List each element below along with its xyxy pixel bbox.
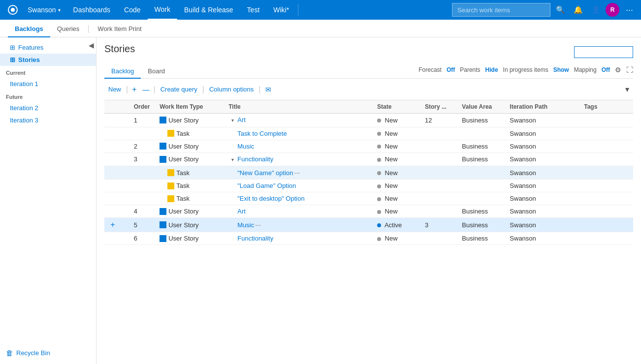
title-link[interactable]: "Load Game" Option — [237, 182, 296, 189]
nav-dashboards[interactable]: Dashboards — [66, 0, 118, 20]
title-link[interactable]: Functionality — [237, 155, 273, 163]
app-logo[interactable] — [4, 0, 22, 20]
settings-icon[interactable]: ⚙ — [615, 66, 621, 74]
parents-toggle[interactable]: Hide — [485, 66, 498, 73]
col-header-tags[interactable]: Tags — [580, 100, 633, 114]
forecast-toggle[interactable]: Off — [447, 66, 455, 73]
expand-btn[interactable]: ▾ — [228, 117, 236, 124]
notifications-icon[interactable]: 🔔 — [570, 2, 586, 18]
cell-order: 6 — [130, 232, 156, 245]
email-btn[interactable]: ✉ — [261, 84, 275, 95]
expand-btn[interactable]: ▾ — [228, 155, 236, 163]
inprogress-toggle[interactable]: Show — [553, 66, 569, 73]
sidebar-current-label: Current — [0, 66, 96, 78]
cell-value-area — [458, 166, 506, 180]
cell-type: User Story — [156, 140, 224, 152]
cell-tags — [580, 205, 633, 218]
more-options-icon[interactable]: ⋯ — [621, 2, 637, 18]
ellipsis-btn[interactable]: ··· — [254, 221, 262, 229]
title-link[interactable]: Music — [237, 221, 254, 229]
search-icon-btn[interactable]: 🔍 — [552, 2, 568, 18]
nav-right-section: 🔍 🔔 👤 R ⋯ — [452, 2, 637, 18]
state-label: Active — [385, 221, 402, 229]
sidebar-recycle-bin[interactable]: 🗑 Recycle Bin — [0, 346, 96, 360]
nav-work[interactable]: Work — [148, 0, 177, 20]
add-child-btn[interactable]: + — [108, 220, 117, 229]
tab-backlog[interactable]: Backlog — [104, 64, 141, 79]
cell-story-points: 12 — [421, 114, 458, 127]
cell-iteration-path: Swanson — [506, 140, 580, 152]
cell-state: Active — [373, 218, 421, 232]
nav-build-release[interactable]: Build & Release — [177, 0, 240, 20]
action-bar: New | + — | Create query | Column option… — [104, 79, 633, 100]
sidebar-item-features[interactable]: ⊞ Features — [0, 41, 96, 54]
cell-title: "Load Game" Option — [224, 180, 373, 192]
title-link[interactable]: Music — [237, 143, 254, 150]
cell-title: "New Game" option··· — [224, 166, 373, 180]
cell-title: "Exit to desktop" Option — [224, 192, 373, 205]
column-options-label: Column options — [209, 86, 254, 93]
tab-board[interactable]: Board — [141, 64, 172, 79]
state-label: New — [385, 130, 398, 137]
story-icon — [160, 117, 166, 123]
cell-state: New — [373, 140, 421, 152]
cell-add — [104, 127, 130, 140]
state-dot — [377, 145, 381, 149]
nav-code[interactable]: Code — [117, 0, 147, 20]
title-link[interactable]: Task to Complete — [237, 130, 287, 137]
title-search-box[interactable] — [574, 46, 633, 58]
col-header-iterpath[interactable]: Iteration Path — [506, 100, 580, 114]
sidebar-iteration3[interactable]: Iteration 3 — [0, 114, 96, 126]
cell-type: Task — [156, 166, 224, 180]
nav-wiki[interactable]: Wiki* — [266, 0, 296, 20]
title-link[interactable]: Art — [237, 116, 246, 123]
col-header-state[interactable]: State — [373, 100, 421, 114]
title-link[interactable]: Art — [237, 208, 246, 215]
title-link[interactable]: Functionality — [237, 235, 273, 242]
state-dot — [377, 158, 381, 162]
collapse-btn[interactable]: — — [140, 85, 153, 94]
sidebar-iteration1[interactable]: Iteration 1 — [0, 78, 96, 90]
tab-queries[interactable]: Queries — [50, 21, 87, 37]
sidebar-item-stories[interactable]: ⊞ Stories — [0, 54, 96, 66]
col-header-type[interactable]: Work Item Type — [156, 100, 224, 114]
state-label: New — [385, 235, 398, 242]
col-header-order — [104, 100, 130, 114]
secondary-nav: Backlogs Queries Work Item Print — [0, 20, 641, 37]
cell-order — [130, 192, 156, 205]
col-header-valuearea[interactable]: Value Area — [458, 100, 506, 114]
ellipsis-btn[interactable]: ··· — [293, 169, 301, 177]
people-icon[interactable]: 👤 — [588, 2, 604, 18]
type-label: Task — [176, 169, 190, 177]
state-label: New — [385, 117, 398, 124]
cell-title: ▾Functionality — [224, 152, 373, 166]
tab-backlogs[interactable]: Backlogs — [8, 21, 50, 37]
nav-links: Dashboards Code Work Build & Release Tes… — [66, 0, 296, 20]
col-header-title[interactable]: Title — [224, 100, 373, 114]
column-options-btn[interactable]: Column options — [205, 84, 257, 95]
sidebar-collapse-btn[interactable]: ◀ — [89, 41, 94, 49]
cell-add — [104, 166, 130, 180]
cell-order: 1 — [130, 114, 156, 127]
cell-value-area: Business — [458, 140, 506, 152]
title-link[interactable]: "New Game" option — [237, 169, 293, 177]
col-header-story[interactable]: Story ... — [421, 100, 458, 114]
new-button[interactable]: New — [104, 84, 125, 95]
cell-add — [104, 180, 130, 192]
search-input[interactable] — [452, 3, 550, 17]
avatar[interactable]: R — [606, 3, 619, 17]
tab-work-item-print[interactable]: Work Item Print — [91, 21, 148, 37]
fullscreen-icon[interactable]: ⛶ — [626, 66, 633, 74]
filter-btn[interactable]: ▾ — [621, 83, 633, 96]
add-workitem-btn[interactable]: + — [129, 84, 139, 95]
nav-test[interactable]: Test — [240, 0, 267, 20]
mapping-toggle[interactable]: Off — [602, 66, 610, 73]
cell-story-points: 3 — [421, 218, 458, 232]
cell-value-area: Business — [458, 114, 506, 127]
title-link[interactable]: "Exit to desktop" Option — [237, 195, 304, 202]
workitem-type: User Story — [160, 235, 221, 242]
project-selector[interactable]: Swanson ▾ — [22, 0, 66, 20]
table-row: 3 User Story ▾Functionality New Business… — [104, 152, 633, 166]
create-query-btn[interactable]: Create query — [157, 84, 201, 95]
sidebar-iteration2[interactable]: Iteration 2 — [0, 102, 96, 114]
